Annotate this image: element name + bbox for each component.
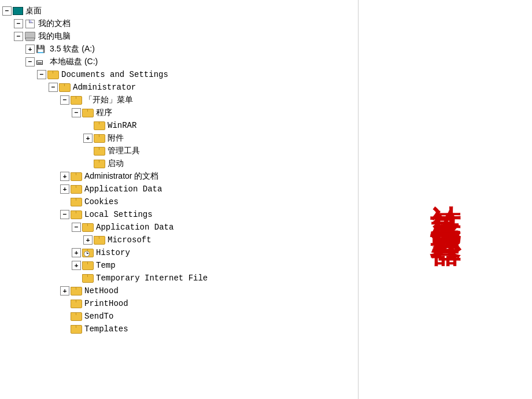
admin-docs-toggle[interactable]: +: [60, 172, 69, 181]
desktop-toggle[interactable]: −: [2, 6, 12, 16]
nethood-toggle[interactable]: +: [60, 286, 69, 295]
local-settings-label: Local Settings: [84, 210, 153, 219]
my-docs-item[interactable]: − 我的文档: [0, 17, 358, 30]
main-container: − 桌面 − 我的文档 − 我的电脑 + 💾 3.5 软盘 (A:) − 🖴 本…: [0, 0, 532, 399]
printhood-item[interactable]: PrintHood: [0, 297, 358, 310]
tree-panel: − 桌面 − 我的文档 − 我的电脑 + 💾 3.5 软盘 (A:) − 🖴 本…: [0, 0, 359, 399]
temp-icon: [82, 261, 94, 270]
app-data-icon: [71, 184, 82, 194]
nethood-icon: [71, 286, 82, 295]
start-menu-label: 「开始」菜单: [84, 95, 133, 105]
history-icon: [82, 248, 94, 257]
my-computer-item[interactable]: − 我的电脑: [0, 30, 358, 43]
desktop-item[interactable]: − 桌面: [0, 5, 358, 17]
programs-label: 程序: [96, 108, 112, 118]
sendto-label: SendTo: [84, 312, 113, 321]
local-app-data-item[interactable]: − Application Data: [0, 221, 358, 234]
programs-icon: [82, 108, 94, 117]
printhood-label: PrintHood: [84, 299, 128, 308]
docs-settings-toggle[interactable]: −: [37, 70, 46, 79]
winrar-toggle-placeholder: [83, 121, 93, 130]
local-app-data-icon: [82, 223, 94, 232]
temp-item[interactable]: + Temp: [0, 259, 358, 272]
local-settings-toggle[interactable]: −: [60, 210, 69, 219]
desktop-label: 桌面: [25, 6, 42, 16]
programs-item[interactable]: − 程序: [0, 106, 358, 119]
templates-label: Templates: [84, 324, 128, 334]
local-settings-item[interactable]: − Local Settings: [0, 208, 358, 221]
cookies-toggle-placeholder: [60, 197, 69, 206]
floppy-label: 3.5 软盘 (A:): [50, 44, 95, 54]
my-docs-label: 我的文档: [38, 19, 71, 29]
accessories-label: 附件: [108, 133, 124, 143]
microsoft-item[interactable]: + Microsoft: [0, 234, 358, 246]
templates-item[interactable]: Templates: [0, 323, 358, 335]
winrar-item[interactable]: WinRAR: [0, 119, 358, 132]
app-data-label: Application Data: [84, 184, 162, 194]
floppy-toggle[interactable]: +: [25, 45, 35, 54]
programs-toggle[interactable]: −: [72, 108, 81, 117]
floppy-item[interactable]: + 💾 3.5 软盘 (A:): [0, 43, 358, 56]
my-computer-toggle[interactable]: −: [14, 32, 23, 41]
cookies-label: Cookies: [84, 197, 119, 206]
nethood-label: NetHood: [84, 286, 119, 295]
right-panel: 计算机资源管理器: [359, 0, 532, 399]
docs-settings-icon: [47, 70, 59, 79]
templates-toggle-placeholder: [60, 324, 69, 334]
my-docs-toggle[interactable]: −: [14, 19, 23, 28]
my-docs-icon: [24, 19, 36, 28]
winrar-label: WinRAR: [108, 121, 136, 130]
local-settings-icon: [71, 210, 82, 219]
admin-tools-icon: [94, 146, 105, 156]
administrator-icon: [59, 83, 71, 92]
cookies-icon: [71, 197, 82, 206]
history-label: History: [96, 248, 130, 257]
administrator-label: Administrator: [73, 83, 136, 92]
microsoft-label: Microsoft: [108, 235, 152, 245]
microsoft-icon: [94, 235, 105, 245]
nethood-item[interactable]: + NetHood: [0, 285, 358, 297]
administrator-item[interactable]: − Administrator: [0, 81, 358, 94]
start-menu-toggle[interactable]: −: [60, 95, 69, 105]
local-disk-toggle[interactable]: −: [25, 57, 35, 66]
administrator-toggle[interactable]: −: [49, 83, 58, 92]
hdd-icon: 🖴: [36, 57, 47, 66]
temp-internet-item[interactable]: Temporary Internet File: [0, 272, 358, 285]
startup-item[interactable]: 启动: [0, 157, 358, 170]
my-computer-label: 我的电脑: [38, 31, 71, 42]
admin-docs-label: Administrator 的文档: [84, 171, 158, 182]
app-data-toggle[interactable]: +: [60, 184, 69, 194]
history-clock: [84, 251, 90, 257]
start-menu-icon: [71, 95, 82, 105]
local-app-data-label: Application Data: [96, 223, 173, 232]
winrar-icon: [94, 121, 105, 130]
app-data-item[interactable]: + Application Data: [0, 183, 358, 195]
local-app-data-toggle[interactable]: −: [72, 223, 81, 232]
microsoft-toggle[interactable]: +: [83, 235, 93, 245]
local-disk-label: 本地磁盘 (C:): [50, 57, 98, 67]
accessories-toggle[interactable]: +: [83, 134, 93, 143]
start-menu-item[interactable]: − 「开始」菜单: [0, 94, 358, 106]
temp-label: Temp: [96, 261, 116, 270]
admin-tools-item[interactable]: 管理工具: [0, 145, 358, 157]
local-disk-item[interactable]: − 🖴 本地磁盘 (C:): [0, 56, 358, 68]
sendto-icon: [71, 312, 82, 321]
temp-internet-label: Temporary Internet File: [96, 274, 208, 283]
accessories-icon: [94, 134, 105, 143]
sendto-item[interactable]: SendTo: [0, 310, 358, 323]
accessories-item[interactable]: + 附件: [0, 132, 358, 145]
sendto-toggle-placeholder: [60, 312, 69, 321]
admin-docs-icon: [71, 172, 82, 181]
admin-docs-item[interactable]: + Administrator 的文档: [0, 170, 358, 183]
temp-toggle[interactable]: +: [72, 261, 81, 270]
templates-icon: [71, 324, 82, 334]
cookies-item[interactable]: Cookies: [0, 195, 358, 208]
startup-icon: [94, 159, 105, 168]
printhood-toggle-placeholder: [60, 299, 69, 308]
history-item[interactable]: + History: [0, 246, 358, 259]
startup-label: 启动: [108, 158, 124, 169]
docs-settings-label: Documents and Settings: [61, 70, 168, 79]
docs-settings-item[interactable]: − Documents and Settings: [0, 68, 358, 81]
admin-tools-label: 管理工具: [108, 146, 140, 156]
history-toggle[interactable]: +: [72, 248, 81, 257]
